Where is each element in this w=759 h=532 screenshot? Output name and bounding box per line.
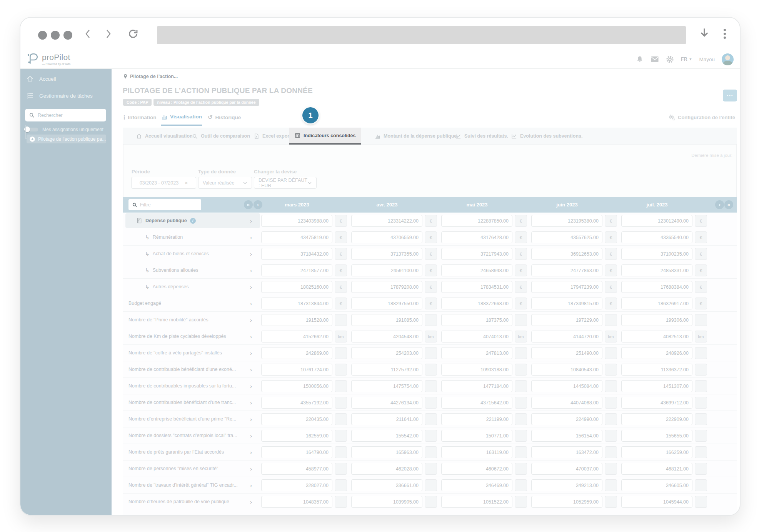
value-input[interactable]: 224990.00	[531, 413, 602, 425]
expand-chevron-icon[interactable]: ›	[250, 361, 252, 377]
value-input[interactable]: 122887850.00	[441, 215, 512, 227]
value-input[interactable]: 222909.00	[621, 413, 692, 425]
subtab-evolution-des-subventions[interactable]: Evolution des subventions.	[506, 128, 588, 145]
value-input[interactable]: 328027.00	[261, 479, 332, 491]
notifications-bell-icon[interactable]	[636, 55, 644, 63]
type-donnee-select[interactable]: Valeur réalisée	[198, 177, 252, 189]
value-input[interactable]: 163472.00	[531, 446, 602, 458]
value-input[interactable]: 10903188.00	[441, 364, 512, 376]
value-input[interactable]: 187313844.00	[261, 298, 332, 309]
value-input[interactable]: 468121.00	[621, 463, 692, 475]
value-input[interactable]: 24658948.00	[441, 264, 512, 276]
subtab-montant-de-la-d-pense-publique[interactable]: Montant de la dépense publique.	[369, 128, 464, 145]
expand-chevron-icon[interactable]: ›	[250, 246, 252, 262]
value-input[interactable]: 460672.00	[441, 463, 512, 475]
value-input[interactable]: 37217943.00	[441, 248, 512, 260]
value-input[interactable]: 191528.00	[261, 314, 332, 326]
value-input[interactable]: 4144720.00	[531, 331, 602, 342]
devise-select[interactable]: DEVISE PAR DÉFAUT : EUR	[254, 177, 317, 189]
expand-chevron-icon[interactable]: ›	[250, 444, 252, 460]
value-input[interactable]: 24591100.00	[351, 264, 422, 276]
settings-gear-icon[interactable]	[666, 55, 674, 63]
value-input[interactable]: 24858331.00	[621, 264, 692, 276]
value-input[interactable]: 11275792.00	[351, 364, 422, 376]
kebab-menu-icon[interactable]	[724, 29, 726, 40]
value-input[interactable]: 37100235.00	[621, 248, 692, 260]
value-input[interactable]: 123012490.00	[621, 215, 692, 227]
assignments-toggle-row[interactable]: Mes assignations uniquement	[24, 126, 103, 132]
value-input[interactable]: 1477184.00	[441, 380, 512, 392]
expand-chevron-icon[interactable]: ›	[250, 295, 252, 311]
value-input[interactable]: 165963.00	[351, 446, 422, 458]
expand-chevron-icon[interactable]: ›	[250, 312, 252, 328]
expand-chevron-icon[interactable]: ›	[250, 494, 252, 510]
value-input[interactable]: 254203.00	[351, 347, 422, 359]
download-icon[interactable]	[699, 28, 710, 39]
value-input[interactable]: 220435.00	[261, 413, 332, 425]
value-input[interactable]: 248926.00	[621, 347, 692, 359]
value-input[interactable]: 188297550.00	[351, 298, 422, 309]
app-logo[interactable]: proPilot — Powered by dFakto	[26, 52, 70, 66]
value-input[interactable]: 17688384.00	[621, 281, 692, 293]
more-actions-button[interactable]: ...	[723, 90, 737, 101]
value-input[interactable]: 4152662.00	[261, 331, 332, 342]
breadcrumb[interactable]: Pilotage de l’action...	[123, 74, 178, 79]
value-input[interactable]: 17834531.00	[441, 281, 512, 293]
sidebar-item-pilotage[interactable]: Pilotage de l’action publique pa...	[27, 135, 106, 143]
tab-visualisation[interactable]: Visualisation	[161, 109, 202, 126]
value-input[interactable]: 1048357.00	[261, 496, 332, 508]
value-input[interactable]: 44074068.00	[531, 397, 602, 409]
value-input[interactable]: 199306.00	[621, 314, 692, 326]
expand-chevron-icon[interactable]: ›	[250, 411, 252, 427]
value-input[interactable]: 1039905.00	[351, 496, 422, 508]
value-input[interactable]: 123195380.00	[531, 215, 602, 227]
value-input[interactable]: 43699712.00	[621, 397, 692, 409]
window-control-dot[interactable]	[51, 31, 60, 40]
last-page-button[interactable]: »	[724, 200, 733, 209]
value-input[interactable]: 37184432.00	[261, 248, 332, 260]
avatar[interactable]	[722, 53, 734, 65]
value-input[interactable]: 44276134.00	[351, 397, 422, 409]
value-input[interactable]: 187375.00	[441, 314, 512, 326]
language-selector[interactable]: FR ▼	[681, 57, 692, 62]
tab-historique[interactable]: ↺Historique	[208, 109, 241, 126]
value-input[interactable]: 155655.00	[621, 430, 692, 442]
value-input[interactable]: 43176428.00	[441, 231, 512, 243]
expand-chevron-icon[interactable]: ›	[250, 461, 252, 477]
value-input[interactable]: 4204548.00	[351, 331, 422, 342]
expand-chevron-icon[interactable]: ›	[250, 378, 252, 394]
first-page-button[interactable]: «	[244, 200, 253, 209]
value-input[interactable]: 4082513.00	[621, 331, 692, 342]
expand-chevron-icon[interactable]: ›	[250, 213, 252, 229]
expand-chevron-icon[interactable]: ›	[250, 427, 252, 444]
value-input[interactable]: 187349815.00	[531, 298, 602, 309]
subtab-indicateurs-consolid-s[interactable]: Indicateurs consolidés	[289, 128, 361, 145]
expand-chevron-icon[interactable]: ›	[250, 477, 252, 493]
next-page-button[interactable]: ›	[715, 200, 724, 209]
expand-chevron-icon[interactable]: ›	[250, 328, 252, 344]
subtab-outil-de-comparaison[interactable]: Outil de comparaison	[187, 128, 255, 145]
value-input[interactable]: 1475754.00	[351, 380, 422, 392]
value-input[interactable]: 4074013.00	[441, 331, 512, 342]
value-input[interactable]: 221199.00	[441, 413, 512, 425]
value-input[interactable]: 211641.00	[351, 413, 422, 425]
expand-chevron-icon[interactable]: ›	[250, 394, 252, 411]
value-input[interactable]: 1045944.00	[621, 496, 692, 508]
clear-icon[interactable]: ×	[185, 180, 188, 186]
periode-input[interactable]: 03/2023 - 07/2023 ×	[131, 177, 196, 189]
window-control-dot[interactable]	[38, 31, 47, 40]
value-input[interactable]: 188372668.00	[441, 298, 512, 309]
search-input[interactable]	[38, 113, 102, 118]
value-input[interactable]: 247813.00	[441, 347, 512, 359]
sidebar-item-gestionnaire-de-t-ches[interactable]: Gestionnaire de tâches	[20, 88, 112, 103]
value-input[interactable]: 43715642.00	[441, 397, 512, 409]
expand-chevron-icon[interactable]: ›	[250, 279, 252, 295]
value-input[interactable]: 349213.00	[531, 479, 602, 491]
value-input[interactable]: 156154.00	[531, 430, 602, 442]
value-input[interactable]: 24718577.00	[261, 264, 332, 276]
value-input[interactable]: 43475819.00	[261, 231, 332, 243]
value-input[interactable]: 458977.00	[261, 463, 332, 475]
value-input[interactable]: 123314222.00	[351, 215, 422, 227]
value-input[interactable]: 164790.00	[261, 446, 332, 458]
value-input[interactable]: 17947239.00	[531, 281, 602, 293]
